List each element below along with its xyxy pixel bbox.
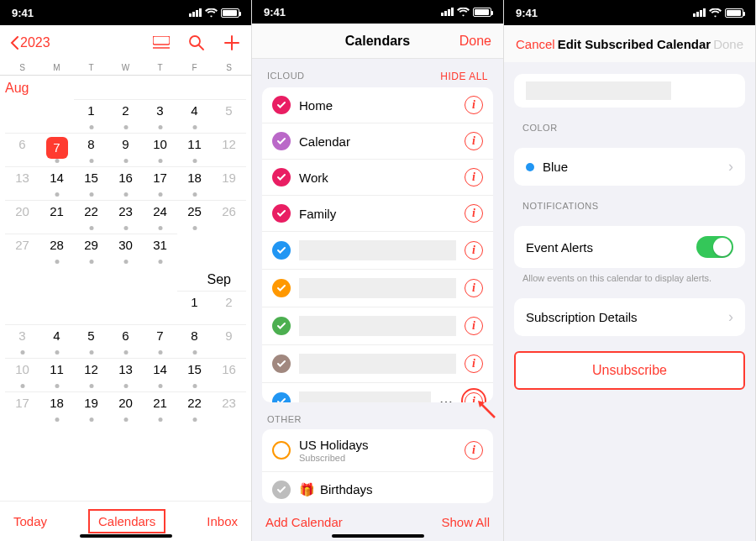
add-event-icon[interactable] xyxy=(223,34,241,52)
day-cell[interactable]: 6 xyxy=(5,133,39,166)
unsubscribe-button[interactable]: Unsubscribe xyxy=(514,351,745,390)
day-cell[interactable]: 8 xyxy=(74,133,108,166)
day-cell[interactable]: 4 xyxy=(39,324,74,358)
today-button[interactable]: Today xyxy=(13,514,47,528)
calendar-row[interactable]: Familyi xyxy=(262,196,493,232)
day-cell[interactable]: 7 xyxy=(39,133,74,166)
search-icon[interactable] xyxy=(187,34,206,52)
calendars-button[interactable]: Calendars xyxy=(88,509,165,533)
calendar-row[interactable]: i xyxy=(262,232,493,270)
day-cell[interactable]: 22 xyxy=(177,391,212,425)
day-cell[interactable]: 28 xyxy=(39,234,74,267)
info-button[interactable]: i xyxy=(465,317,483,335)
info-button[interactable]: i xyxy=(465,441,483,460)
day-cell[interactable]: 30 xyxy=(108,234,143,267)
calendar-check-icon[interactable] xyxy=(272,132,291,150)
subscription-details-row[interactable]: Subscription Details › xyxy=(514,298,745,336)
calendar-check-icon[interactable] xyxy=(272,96,291,114)
day-cell[interactable]: 11 xyxy=(177,133,212,166)
day-cell[interactable]: 16 xyxy=(108,166,143,200)
day-cell[interactable]: 1 xyxy=(177,291,212,324)
day-cell[interactable]: 15 xyxy=(74,166,108,200)
calendar-check-icon[interactable] xyxy=(272,441,291,460)
info-button[interactable]: i xyxy=(465,355,483,373)
done-button[interactable]: Done xyxy=(459,34,491,49)
day-cell[interactable]: 12 xyxy=(212,133,246,166)
day-cell[interactable]: 23 xyxy=(108,200,143,234)
show-all-button[interactable]: Show All xyxy=(441,515,490,529)
home-indicator[interactable] xyxy=(80,534,172,538)
calendar-check-icon[interactable] xyxy=(272,355,291,373)
day-cell[interactable]: 2 xyxy=(108,99,143,133)
day-cell[interactable]: 31 xyxy=(143,234,177,267)
day-cell[interactable]: 17 xyxy=(5,391,39,425)
day-cell[interactable]: 17 xyxy=(143,166,177,200)
calendar-check-icon[interactable] xyxy=(272,392,291,402)
event-alerts-toggle[interactable] xyxy=(696,236,733,258)
calendar-row[interactable]: 🎁Birthdays xyxy=(262,472,493,503)
day-cell[interactable]: 20 xyxy=(108,391,143,425)
day-cell[interactable]: 2 xyxy=(212,291,246,324)
day-cell[interactable]: 21 xyxy=(143,391,177,425)
day-cell[interactable]: 25 xyxy=(177,200,212,234)
day-cell[interactable]: 29 xyxy=(74,234,108,267)
calendar-row[interactable]: Calendari xyxy=(262,123,493,160)
info-button[interactable]: i xyxy=(465,168,483,186)
calendar-check-icon[interactable] xyxy=(272,204,291,223)
inbox-button[interactable]: Inbox xyxy=(207,514,238,528)
day-cell[interactable]: 11 xyxy=(39,358,74,391)
day-cell[interactable]: 8 xyxy=(177,324,212,358)
calendar-row[interactable]: ⋯i xyxy=(262,383,493,402)
color-row[interactable]: Blue › xyxy=(514,148,745,186)
day-cell[interactable]: 13 xyxy=(108,358,143,391)
info-button[interactable]: i xyxy=(465,96,483,114)
info-button[interactable]: i xyxy=(465,279,483,297)
day-cell[interactable]: 26 xyxy=(212,200,246,234)
day-cell[interactable]: 1 xyxy=(74,99,108,133)
day-cell[interactable]: 21 xyxy=(39,200,74,234)
day-cell[interactable]: 13 xyxy=(5,166,39,200)
list-view-icon[interactable] xyxy=(152,34,171,52)
calendar-row[interactable]: i xyxy=(262,345,493,383)
day-cell[interactable]: 5 xyxy=(212,99,246,133)
day-cell[interactable]: 12 xyxy=(74,358,108,391)
day-cell[interactable]: 3 xyxy=(5,324,39,358)
day-cell[interactable]: 23 xyxy=(212,391,246,425)
info-button[interactable]: i xyxy=(465,132,483,150)
day-cell[interactable]: 7 xyxy=(143,324,177,358)
day-cell[interactable]: 9 xyxy=(108,133,143,166)
calendar-row[interactable]: Homei xyxy=(262,87,493,123)
day-cell[interactable]: 18 xyxy=(39,391,74,425)
calendar-name-field[interactable] xyxy=(514,74,745,108)
day-cell[interactable]: 5 xyxy=(74,324,108,358)
day-cell[interactable]: 16 xyxy=(212,358,246,391)
day-cell[interactable]: 6 xyxy=(108,324,143,358)
day-cell[interactable]: 10 xyxy=(143,133,177,166)
day-cell[interactable]: 3 xyxy=(143,99,177,133)
day-cell[interactable]: 20 xyxy=(5,200,39,234)
day-cell[interactable]: 18 xyxy=(177,166,212,200)
day-cell[interactable]: 22 xyxy=(74,200,108,234)
back-year-button[interactable]: 2023 xyxy=(10,35,50,50)
day-cell[interactable]: 19 xyxy=(74,391,108,425)
calendar-check-icon[interactable] xyxy=(272,481,291,499)
day-cell[interactable]: 19 xyxy=(212,166,246,200)
hide-all-button[interactable]: HIDE ALL xyxy=(440,71,488,82)
calendar-check-icon[interactable] xyxy=(272,317,291,335)
day-cell[interactable]: 4 xyxy=(177,99,212,133)
day-cell[interactable]: 14 xyxy=(39,166,74,200)
cancel-button[interactable]: Cancel xyxy=(516,37,555,51)
calendar-check-icon[interactable] xyxy=(272,241,291,260)
day-cell[interactable]: 10 xyxy=(5,358,39,391)
day-cell[interactable]: 24 xyxy=(143,200,177,234)
home-indicator[interactable] xyxy=(332,534,424,538)
calendar-scroll[interactable]: Aug1234567891011121314151617181920212223… xyxy=(0,76,251,501)
add-calendar-button[interactable]: Add Calendar xyxy=(265,515,343,529)
calendar-row[interactable]: US HolidaysSubscribedi xyxy=(262,429,493,472)
calendar-check-icon[interactable] xyxy=(272,279,291,297)
day-cell[interactable]: 15 xyxy=(177,358,212,391)
calendar-row[interactable]: i xyxy=(262,270,493,307)
day-cell[interactable]: 14 xyxy=(143,358,177,391)
info-button[interactable]: i xyxy=(465,241,483,260)
day-cell[interactable]: 9 xyxy=(212,324,246,358)
